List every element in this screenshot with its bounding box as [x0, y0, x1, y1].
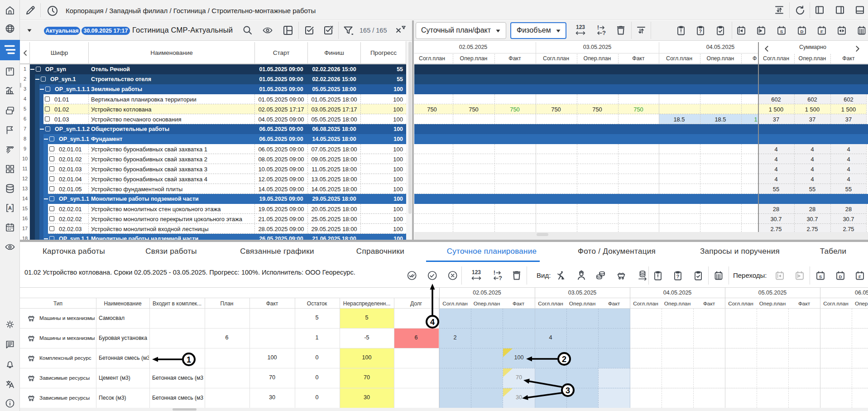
svg-text:S: S	[780, 29, 783, 34]
svg-text:123: 123	[576, 24, 585, 30]
svg-text:?: ?	[676, 274, 679, 279]
svg-text:!: !	[597, 24, 599, 31]
svg-text:?: ?	[499, 275, 502, 281]
svg-text:D: D	[839, 274, 842, 279]
svg-text:D: D	[801, 29, 804, 34]
svg-text:?: ?	[602, 29, 606, 36]
svg-text:F: F	[820, 29, 823, 34]
svg-text:123: 123	[472, 269, 481, 276]
svg-text:A: A	[8, 205, 12, 211]
svg-text:?: ?	[699, 29, 702, 34]
svg-text:S: S	[819, 274, 822, 279]
svg-text:!: !	[494, 269, 495, 276]
svg-text:F: F	[858, 274, 861, 279]
